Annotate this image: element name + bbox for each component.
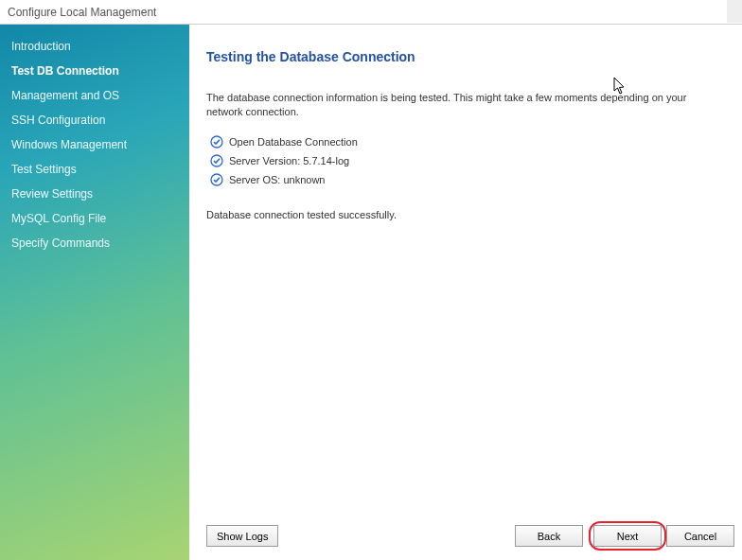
sidebar-item-introduction[interactable]: Introduction [0, 34, 189, 59]
check-row: Server Version: 5.7.14-log [210, 154, 725, 167]
sidebar: Introduction Test DB Connection Manageme… [0, 25, 189, 560]
sidebar-item-management-and-os[interactable]: Management and OS [0, 83, 189, 108]
check-row: Server OS: unknown [210, 173, 725, 186]
page-description: The database connection information is b… [206, 91, 725, 120]
page-heading: Testing the Database Connection [206, 49, 725, 64]
body: Introduction Test DB Connection Manageme… [0, 25, 742, 560]
back-button[interactable]: Back [515, 525, 583, 547]
next-button[interactable]: Next [593, 525, 662, 547]
show-logs-button[interactable]: Show Logs [206, 525, 278, 547]
checkmark-icon [210, 135, 223, 149]
sidebar-item-mysql-config-file[interactable]: MySQL Config File [0, 206, 189, 231]
status-message: Database connection tested successfully. [206, 209, 725, 220]
check-row: Open Database Connection [210, 135, 725, 149]
window-title: Configure Local Management [8, 6, 156, 19]
check-label: Server OS: unknown [229, 174, 326, 185]
check-label: Open Database Connection [229, 136, 358, 148]
window-close-button[interactable] [727, 0, 742, 23]
check-list: Open Database Connection Server Version:… [210, 135, 725, 186]
sidebar-item-review-settings[interactable]: Review Settings [0, 182, 189, 206]
sidebar-item-windows-management[interactable]: Windows Management [0, 132, 189, 157]
checkmark-icon [210, 154, 223, 167]
sidebar-item-test-settings[interactable]: Test Settings [0, 157, 189, 182]
title-bar: Configure Local Management [0, 0, 742, 25]
button-bar: Show Logs Back Next Cancel [206, 521, 734, 551]
sidebar-item-ssh-configuration[interactable]: SSH Configuration [0, 108, 189, 132]
cancel-button[interactable]: Cancel [666, 525, 734, 547]
sidebar-item-test-db-connection[interactable]: Test DB Connection [0, 59, 189, 83]
next-highlight: Next [589, 521, 666, 551]
sidebar-item-specify-commands[interactable]: Specify Commands [0, 231, 189, 255]
main-panel: Testing the Database Connection The data… [189, 25, 742, 560]
check-label: Server Version: 5.7.14-log [229, 155, 349, 166]
checkmark-icon [210, 173, 223, 186]
